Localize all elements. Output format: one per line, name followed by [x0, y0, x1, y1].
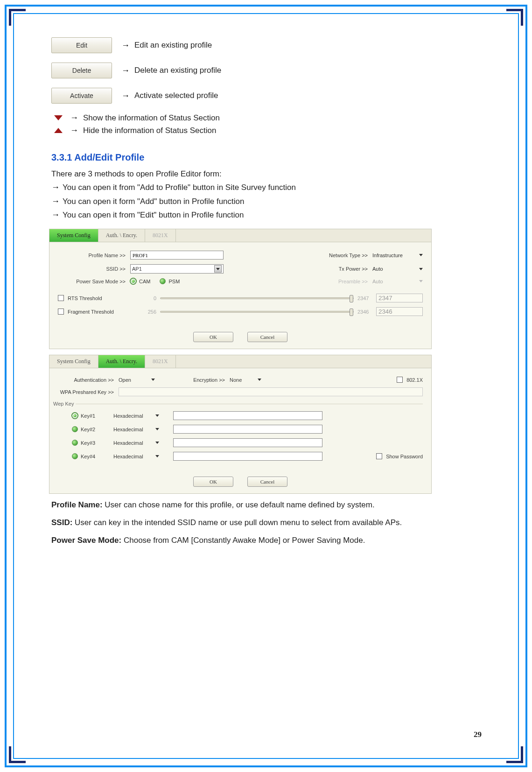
chevron-down-icon[interactable] — [419, 254, 423, 256]
key2-format[interactable]: Hexadecimal — [113, 427, 155, 432]
network-type-value[interactable]: Infrastructure — [372, 253, 419, 258]
system-config-dialog: System Config Auth. \ Encry. 8021X Profi… — [49, 229, 432, 349]
chevron-down-icon[interactable] — [155, 442, 159, 444]
chevron-down-icon[interactable] — [151, 379, 155, 381]
encryption-value[interactable]: None — [230, 377, 258, 383]
key1-input[interactable] — [173, 411, 322, 420]
ssid-select[interactable]: AP1 — [130, 264, 224, 274]
chevron-down-icon[interactable] — [419, 268, 423, 270]
cancel-button[interactable]: Cancel — [247, 332, 287, 342]
key4-input[interactable] — [173, 452, 322, 461]
profile-name-input[interactable] — [130, 251, 224, 260]
tab-system-config[interactable]: System Config — [49, 229, 98, 242]
wpa-key-label: WPA Preshared Key >> — [58, 389, 119, 395]
psm-radio[interactable] — [160, 278, 166, 284]
authentication-value[interactable]: Open — [119, 377, 151, 383]
corner-decoration — [9, 9, 26, 26]
wep-key-group-label: Wep Key — [51, 401, 76, 407]
arrow-icon: → — [51, 197, 60, 206]
key4-format[interactable]: Hexadecimal — [113, 454, 155, 459]
network-type-label: Network Type >> — [321, 253, 372, 258]
encryption-label: Encryption >> — [169, 377, 230, 383]
ok-button[interactable]: OK — [193, 332, 233, 342]
corner-decoration — [506, 746, 523, 763]
delete-description: Delete an existing profile — [134, 66, 221, 75]
cam-label: CAM — [139, 279, 150, 284]
power-def-text: Choose from CAM [Constantly Awake Mode] … — [121, 536, 365, 545]
page-number: 29 — [474, 730, 482, 739]
rts-checkbox[interactable] — [58, 295, 64, 301]
cancel-button[interactable]: Cancel — [247, 477, 287, 487]
power-save-label: Power Save Mode >> — [58, 279, 130, 284]
fragment-min: 256 — [133, 309, 156, 315]
ssid-value: AP1 — [132, 266, 142, 272]
method-item: You can open it from "Add to Profile" bu… — [63, 183, 296, 192]
fragment-label: Fragment Threshold — [68, 309, 133, 315]
key4-label: Key#4 — [81, 454, 113, 459]
arrow-icon: → — [121, 41, 130, 50]
chevron-down-icon[interactable] — [155, 428, 159, 430]
chevron-down-icon[interactable] — [155, 455, 159, 457]
key2-label: Key#2 — [81, 427, 113, 432]
key3-input[interactable] — [173, 438, 322, 447]
tab-system-config[interactable]: System Config — [49, 355, 98, 368]
tab-8021x: 8021X — [145, 355, 176, 368]
key1-format[interactable]: Hexadecimal — [113, 413, 155, 419]
preamble-value: Auto — [372, 279, 419, 284]
activate-description: Activate selected profile — [134, 91, 218, 100]
cam-radio[interactable] — [130, 278, 136, 284]
preamble-label: Preamble >> — [321, 279, 372, 284]
arrow-icon: → — [121, 91, 130, 101]
8021x-label: 802.1X — [406, 377, 423, 383]
show-password-label: Show Password — [386, 454, 423, 459]
arrow-icon: → — [70, 113, 78, 123]
fragment-max: 2346 — [357, 309, 376, 315]
key4-radio[interactable] — [72, 453, 78, 459]
edit-button[interactable]: Edit — [51, 37, 112, 53]
delete-button[interactable]: Delete — [51, 63, 112, 78]
show-description: Show the information of Status Section — [83, 113, 220, 123]
ssid-def-text: User can key in the intended SSID name o… — [72, 518, 402, 527]
ssid-def-label: SSID: — [51, 518, 72, 527]
activate-button[interactable]: Activate — [51, 88, 112, 104]
method-item: You can open it from "Edit" button in Pr… — [63, 211, 244, 219]
chevron-down-icon[interactable] — [258, 379, 261, 381]
profile-name-label: Profile Name >> — [58, 253, 130, 258]
wpa-key-input — [119, 387, 423, 396]
rts-max: 2347 — [357, 295, 376, 301]
power-def-label: Power Save Mode: — [51, 536, 121, 545]
rts-value-input — [376, 294, 423, 302]
key3-radio[interactable] — [72, 440, 78, 446]
key2-radio[interactable] — [72, 426, 78, 432]
arrow-icon: → — [70, 126, 78, 135]
rts-slider[interactable] — [160, 297, 354, 299]
key2-input[interactable] — [173, 425, 322, 434]
fragment-checkbox[interactable] — [58, 309, 64, 315]
8021x-checkbox[interactable] — [397, 377, 403, 383]
auth-encry-dialog: System Config Auth. \ Encry. 8021X Authe… — [49, 355, 432, 494]
chevron-up-icon[interactable] — [51, 128, 65, 133]
tx-power-value[interactable]: Auto — [372, 266, 419, 272]
fragment-slider[interactable] — [160, 311, 354, 313]
show-password-checkbox[interactable] — [376, 453, 382, 459]
corner-decoration — [506, 9, 523, 26]
tab-auth-encry[interactable]: Auth. \ Encry. — [98, 355, 145, 368]
dropdown-button[interactable] — [214, 265, 222, 273]
tx-power-label: Tx Power >> — [321, 266, 372, 272]
ok-button[interactable]: OK — [193, 477, 233, 487]
tab-auth-encry[interactable]: Auth. \ Encry. — [98, 229, 145, 242]
key1-radio[interactable] — [72, 413, 78, 419]
hide-description: Hide the information of Status Section — [83, 126, 216, 135]
key3-format[interactable]: Hexadecimal — [113, 440, 155, 446]
arrow-icon: → — [51, 182, 60, 192]
chevron-down-icon[interactable] — [155, 414, 159, 417]
arrow-icon: → — [51, 210, 60, 219]
psm-label: PSM — [168, 279, 180, 284]
ssid-label: SSID >> — [58, 266, 130, 272]
intro-text: There are 3 methods to open Profile Edit… — [51, 168, 485, 181]
chevron-down-icon[interactable] — [51, 115, 65, 120]
rts-min: 0 — [133, 295, 156, 301]
edit-description: Edit an existing profile — [134, 41, 212, 50]
key3-label: Key#3 — [81, 440, 113, 446]
tab-8021x: 8021X — [145, 229, 176, 242]
